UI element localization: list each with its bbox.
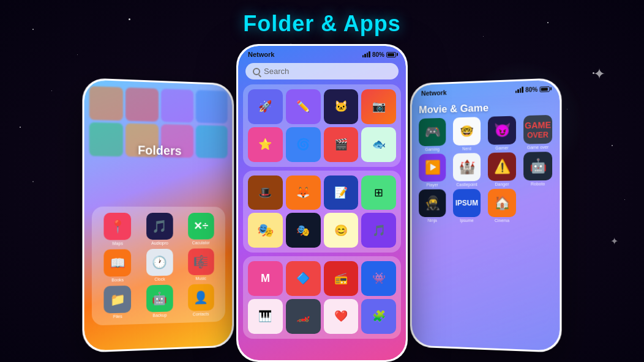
list-item: 📻 xyxy=(324,261,359,296)
center-section-1-grid: 🚀 ✏️ 🐱 📷 ⭐ 🌀 🎬 🐟 xyxy=(248,89,396,162)
list-item: ⭐ xyxy=(248,127,283,162)
list-item: IPSUM Ipsume xyxy=(451,189,483,223)
center-status-right: 80% xyxy=(362,51,396,58)
list-item: 🤖 Backup xyxy=(141,284,179,318)
center-section-1: 🚀 ✏️ 🐱 📷 ⭐ 🌀 🎬 🐟 xyxy=(243,84,401,167)
list-item: 🥷 Ninja xyxy=(416,189,448,222)
right-battery-icon xyxy=(540,86,550,92)
phone-right: Network 80% Movie & Game xyxy=(410,78,562,353)
list-item: 🏠 Cinema xyxy=(485,189,519,223)
list-item: 🎩 xyxy=(248,175,283,210)
list-item: 🌀 xyxy=(286,127,321,162)
list-item: 🏎️ xyxy=(286,299,321,334)
folders-label: Folders xyxy=(84,142,233,158)
list-item: 😈 Gamer xyxy=(485,116,519,150)
center-section-2: 🎩 🦊 📝 ⊞ 🎭 🎭 😊 🎵 xyxy=(243,171,401,253)
signal-bar-4 xyxy=(369,51,370,57)
signal-bar-2 xyxy=(364,54,366,57)
list-item: 🐱 xyxy=(324,89,359,124)
list-item: 👾 xyxy=(361,261,396,296)
phone-right-screen: Network 80% Movie & Game xyxy=(412,79,560,350)
center-section-3-grid: M 🔷 📻 👾 🎹 🏎️ ❤️ 🧩 xyxy=(248,261,396,334)
list-item: ⚠️ Danger xyxy=(485,152,519,187)
page-title: Folder & Apps xyxy=(243,11,401,37)
list-item: 🎵 xyxy=(361,213,396,248)
list-item: 🚀 xyxy=(248,89,283,124)
list-item: 🎹 xyxy=(248,299,283,334)
signal-bar-2 xyxy=(517,89,519,93)
list-item: M xyxy=(248,261,283,296)
center-network-label: Network xyxy=(248,51,274,58)
list-item: ▶️ Player xyxy=(416,153,448,187)
center-section-3: M 🔷 📻 👾 🎹 🏎️ ❤️ 🧩 xyxy=(243,256,401,339)
phones-container: Folders 📍 Maps 🎵 Audiopro ✕÷ Caculator xyxy=(0,43,644,362)
list-item: GAME OVER Game over xyxy=(521,115,555,150)
list-item: 📷 xyxy=(361,89,396,124)
search-placeholder: Search xyxy=(264,67,289,76)
list-item: 🦊 xyxy=(286,175,321,210)
folder-grid: 📍 Maps 🎵 Audiopro ✕÷ Caculator 📖 Books xyxy=(98,213,219,319)
list-item: 😊 xyxy=(324,213,359,248)
phone-center-screen: Network 80% Search xyxy=(238,46,406,360)
list-item xyxy=(521,188,555,223)
list-item: 🎮 Gaming xyxy=(416,118,448,152)
right-row-2: ▶️ Player 🏰 Castlepoint ⚠️ Danger 🤖 Robo… xyxy=(412,152,560,187)
right-row-1: 🎮 Gaming 🤓 Nerd 😈 Gamer GAME O xyxy=(412,115,560,152)
signal-bars xyxy=(362,51,370,57)
signal-bar-3 xyxy=(520,88,522,93)
right-network-label: Network xyxy=(421,89,447,97)
list-item: 👤 Contacts xyxy=(182,284,220,317)
right-row-3: 🥷 Ninja IPSUM Ipsume 🏠 Cinema xyxy=(412,188,560,223)
list-item: 📁 Files xyxy=(98,286,137,319)
signal-bar-3 xyxy=(367,53,369,57)
folder-card: 📍 Maps 🎵 Audiopro ✕÷ Caculator 📖 Books xyxy=(92,207,225,326)
list-item: 🤓 Nerd xyxy=(451,117,483,151)
right-battery-text: 80% xyxy=(525,86,537,93)
center-battery-text: 80% xyxy=(372,51,384,58)
list-item: ❤️ xyxy=(324,299,359,334)
list-item: 🎵 Audiopro xyxy=(141,213,179,245)
list-item: 🎼 Music xyxy=(182,248,220,281)
center-status-bar: Network 80% xyxy=(238,46,406,61)
list-item: ✏️ xyxy=(286,89,321,124)
center-section-2-grid: 🎩 🦊 📝 ⊞ 🎭 🎭 😊 🎵 xyxy=(248,175,396,248)
signal-bar-1 xyxy=(362,55,364,57)
right-status-right: 80% xyxy=(515,86,550,94)
phone-center: Network 80% Search xyxy=(236,44,408,362)
list-item: 🏰 Castlepoint xyxy=(451,153,483,187)
battery-icon xyxy=(386,52,396,57)
center-search-bar[interactable]: Search xyxy=(245,63,399,79)
list-item: 🎬 xyxy=(324,127,359,162)
signal-bar-4 xyxy=(522,87,524,93)
list-item: ✕÷ Caculator xyxy=(182,213,220,245)
list-item: 🎭 xyxy=(248,213,283,248)
list-item: 🔷 xyxy=(286,261,321,296)
list-item: 📍 Maps xyxy=(98,213,137,246)
phone-left: Folders 📍 Maps 🎵 Audiopro ✕÷ Caculator xyxy=(82,78,234,353)
list-item: 🕐 Clock xyxy=(141,249,179,282)
list-item: 🤖 Roboto xyxy=(521,152,555,187)
list-item: 🧩 xyxy=(361,299,396,334)
signal-bar-1 xyxy=(515,90,517,93)
search-icon xyxy=(253,68,260,75)
list-item: 📖 Books xyxy=(98,249,137,283)
phone-left-screen: Folders 📍 Maps 🎵 Audiopro ✕÷ Caculator xyxy=(84,79,233,350)
right-signal-bars xyxy=(515,87,523,94)
list-item: 📝 xyxy=(324,175,359,210)
list-item: ⊞ xyxy=(361,175,396,210)
list-item: 🐟 xyxy=(361,127,396,162)
list-item: 🎭 xyxy=(286,213,321,248)
